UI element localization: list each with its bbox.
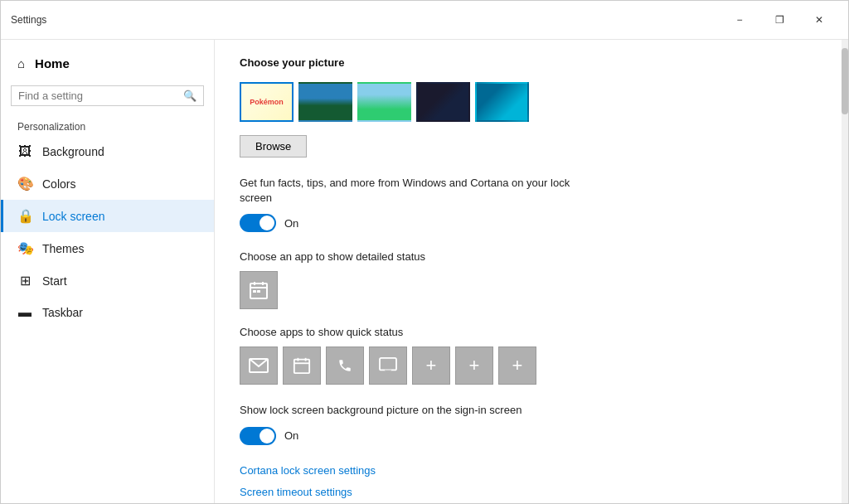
close-button[interactable]: ✕	[800, 7, 838, 32]
quick-app-add-2[interactable]: +	[455, 346, 493, 385]
mail-icon	[249, 358, 269, 373]
sidebar-item-colors[interactable]: 🎨 Colors	[1, 167, 214, 200]
quick-app-mail[interactable]	[240, 346, 278, 385]
quick-status-label: Choose apps to show quick status	[240, 326, 823, 338]
svg-rect-4	[253, 290, 256, 293]
sign-in-toggle-line: On	[240, 427, 823, 445]
sidebar-item-taskbar[interactable]: ▬ Taskbar	[1, 297, 214, 328]
sidebar-item-label: Themes	[42, 242, 85, 255]
svg-rect-5	[257, 290, 260, 293]
sidebar-item-home[interactable]: ⌂ Home	[1, 48, 214, 79]
chat-icon	[379, 357, 397, 374]
tips-toggle[interactable]	[240, 214, 276, 232]
thumb-cave[interactable]	[416, 82, 470, 122]
quick-app-calendar[interactable]	[283, 346, 321, 385]
cortana-link[interactable]: Cortana lock screen settings	[240, 464, 376, 477]
tips-toggle-line: On	[240, 214, 823, 232]
screen-timeout-link-row: Screen timeout settings	[240, 485, 823, 498]
sidebar-item-themes[interactable]: 🎭 Themes	[1, 232, 214, 264]
thumb-ocean[interactable]	[475, 82, 529, 122]
calendar2-icon	[293, 356, 311, 375]
detailed-status-app-icon[interactable]	[240, 271, 278, 309]
detailed-status-label: Choose an app to show detailed status	[240, 250, 823, 263]
calendar-icon	[249, 280, 269, 300]
search-box[interactable]: 🔍	[11, 85, 204, 106]
minimize-button[interactable]: −	[720, 7, 759, 32]
svg-rect-11	[380, 358, 396, 371]
tips-toggle-label: On	[284, 217, 298, 230]
window-controls: − ❐ ✕	[720, 7, 838, 32]
sidebar-item-background[interactable]: 🖼 Background	[1, 136, 214, 167]
thumb-lake[interactable]	[298, 82, 352, 122]
tips-description: Get fun facts, tips, and more from Windo…	[240, 176, 588, 206]
quick-app-chat[interactable]	[369, 346, 407, 385]
sidebar-section-title: Personalization	[1, 113, 214, 136]
sidebar-item-label: Colors	[42, 177, 75, 191]
sign-in-description: Show lock screen background picture on t…	[240, 403, 588, 418]
choose-picture-title: Choose your picture	[240, 56, 823, 69]
themes-icon: 🎭	[17, 240, 32, 256]
window-title: Settings	[11, 14, 46, 26]
content-area: ⌂ Home 🔍 Personalization 🖼 Background 🎨 …	[1, 40, 848, 503]
taskbar-icon: ▬	[17, 305, 32, 320]
search-input[interactable]	[18, 90, 183, 102]
svg-rect-7	[294, 360, 309, 374]
background-icon: 🖼	[17, 144, 32, 159]
screen-timeout-link[interactable]: Screen timeout settings	[240, 486, 352, 498]
quick-app-phone[interactable]	[326, 346, 364, 385]
picture-thumbnails: Pokémon	[240, 82, 823, 122]
thumb-sky[interactable]	[357, 82, 411, 122]
settings-window: Settings − ❐ ✕ ⌂ Home 🔍 Personalization …	[0, 0, 849, 504]
tips-toggle-row: Get fun facts, tips, and more from Windo…	[240, 176, 823, 232]
sidebar-item-label: Start	[42, 274, 67, 288]
sidebar: ⌂ Home 🔍 Personalization 🖼 Background 🎨 …	[1, 40, 215, 503]
quick-app-add-3[interactable]: +	[498, 346, 536, 385]
main-content: Choose your picture Pokémon Browse Get f…	[215, 40, 848, 503]
sidebar-item-label: Taskbar	[42, 306, 83, 319]
titlebar: Settings − ❐ ✕	[1, 1, 848, 40]
scrollbar[interactable]	[842, 40, 848, 503]
search-icon: 🔍	[183, 90, 196, 102]
scrollbar-thumb[interactable]	[842, 48, 848, 114]
sidebar-item-label: Lock screen	[42, 210, 104, 223]
browse-button[interactable]: Browse	[240, 135, 307, 158]
thumb-pokemon[interactable]: Pokémon	[240, 82, 294, 122]
sign-in-toggle-label: On	[284, 429, 298, 442]
main-wrap: Choose your picture Pokémon Browse Get f…	[215, 40, 848, 503]
restore-button[interactable]: ❐	[760, 7, 798, 32]
sidebar-item-label: Background	[42, 145, 104, 158]
colors-icon: 🎨	[17, 176, 32, 191]
quick-app-add-1[interactable]: +	[412, 346, 450, 385]
sidebar-item-start[interactable]: ⊞ Start	[1, 264, 214, 297]
home-label: Home	[35, 56, 70, 70]
start-icon: ⊞	[17, 273, 32, 288]
sidebar-item-lock-screen[interactable]: 🔒 Lock screen	[1, 200, 214, 232]
sign-in-toggle[interactable]	[240, 427, 276, 445]
quick-apps-row: + + +	[240, 346, 823, 385]
home-icon: ⌂	[17, 56, 25, 70]
sign-in-toggle-row: Show lock screen background picture on t…	[240, 403, 823, 444]
cortana-link-row: Cortana lock screen settings	[240, 463, 823, 477]
lock-icon: 🔒	[17, 208, 32, 224]
phone-icon	[337, 356, 352, 375]
